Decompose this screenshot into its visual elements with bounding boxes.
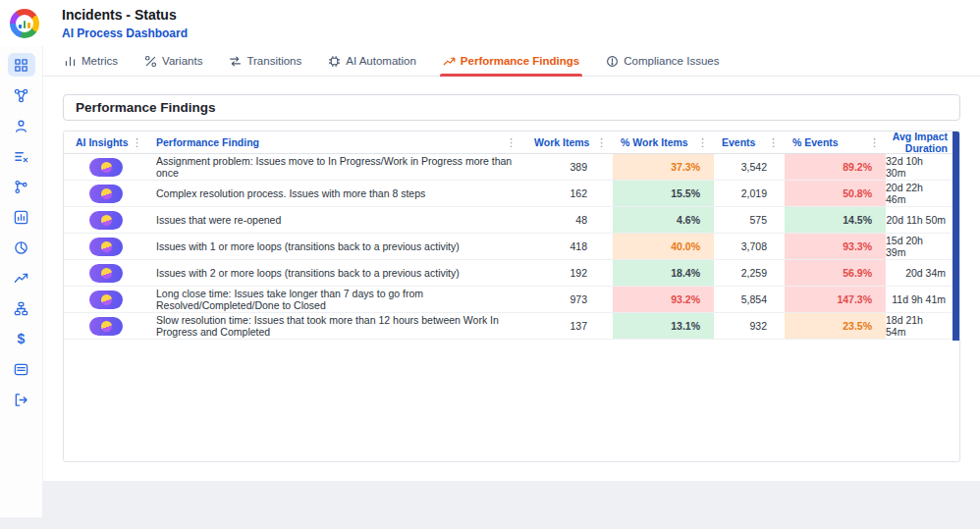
- insight-bulb-icon: [101, 294, 112, 305]
- pct-events-value: 93.3%: [785, 234, 886, 259]
- dollar-icon: $: [18, 331, 26, 346]
- work-items-value: 973: [524, 287, 613, 312]
- ai-insight-button[interactable]: [89, 185, 123, 203]
- col-header-performance-finding[interactable]: Performance Finding ⋮: [148, 136, 524, 149]
- column-menu-icon[interactable]: ⋮: [504, 136, 518, 149]
- sidebar-item-dashboard[interactable]: [8, 53, 35, 77]
- findings-table: AI Insights ⋮ Performance Finding ⋮ Work…: [63, 131, 960, 462]
- column-menu-icon[interactable]: ⋮: [766, 136, 781, 149]
- sidebar-item-hierarchy[interactable]: [8, 296, 35, 320]
- pct-work-items-value: 93.2%: [613, 287, 714, 312]
- sidebar-item-trends[interactable]: [8, 266, 35, 290]
- finding-text: Slow resolution time: Issues that took m…: [148, 313, 524, 339]
- pct-events-value: 14.5%: [785, 207, 886, 233]
- ai-insight-button[interactable]: [89, 158, 123, 177]
- pct-events-value: 50.8%: [785, 181, 886, 206]
- metrics-icon: [64, 55, 77, 68]
- sidebar-item-performance[interactable]: [8, 236, 35, 259]
- table-row: Assignment problem: Issues move to In Pr…: [64, 154, 959, 181]
- grid-icon: [14, 58, 28, 73]
- table-row: Complex resolution process. Issues with …: [64, 181, 959, 207]
- events-value: 5,854: [714, 287, 785, 312]
- pct-events-value: 23.5%: [785, 313, 886, 339]
- ai-insight-button[interactable]: [89, 238, 123, 256]
- main-panel: Metrics Variants Transitions AI Automati…: [43, 46, 980, 481]
- pct-work-items-value: 15.5%: [613, 181, 714, 206]
- events-value: 932: [714, 313, 785, 339]
- variants-icon: [144, 55, 157, 68]
- work-items-value: 192: [524, 260, 613, 286]
- avg-impact-duration-value: 32d 10h 30m: [886, 154, 959, 180]
- section-title: Performance Findings: [63, 94, 960, 121]
- sidebar-item-filters[interactable]: [8, 144, 35, 168]
- ai-insight-button[interactable]: [89, 291, 123, 309]
- col-header-work-items[interactable]: Work Items ⋮: [524, 136, 613, 149]
- work-items-value: 418: [524, 234, 613, 259]
- table-row: Issues that were re-opened 48 4.6% 575 1…: [64, 207, 959, 234]
- user-icon: [14, 119, 28, 133]
- logout-icon: [14, 393, 28, 407]
- events-value: 575: [714, 207, 785, 233]
- pct-work-items-value: 18.4%: [613, 260, 714, 286]
- ai-insight-button[interactable]: [89, 317, 123, 336]
- trending-up-icon: [443, 55, 456, 68]
- table-header-row: AI Insights ⋮ Performance Finding ⋮ Work…: [64, 132, 959, 154]
- table-row: Issues with 2 or more loops (transitions…: [64, 260, 959, 287]
- alert-circle-icon: [606, 55, 619, 68]
- ai-insight-button[interactable]: [89, 264, 123, 283]
- gauge-icon: [14, 240, 28, 255]
- org-tree-icon: [14, 301, 28, 316]
- table-row: Long close time: Issues take longer than…: [64, 287, 959, 313]
- avg-impact-duration-value: 11d 9h 41m: [886, 287, 959, 312]
- pct-work-items-value: 13.1%: [613, 313, 714, 339]
- column-menu-icon[interactable]: ⋮: [594, 136, 609, 149]
- column-menu-icon[interactable]: ⋮: [130, 136, 144, 149]
- network-nodes-icon: [14, 88, 28, 103]
- transitions-icon: [229, 55, 242, 68]
- col-header-ai-insights[interactable]: AI Insights ⋮: [64, 136, 148, 149]
- tab-transitions[interactable]: Transitions: [229, 46, 301, 76]
- table-vertical-scrollbar[interactable]: [953, 132, 959, 341]
- sidebar-item-logout[interactable]: [8, 388, 35, 411]
- trend-line-icon: [14, 271, 28, 286]
- sidebar-item-users[interactable]: [8, 114, 35, 137]
- sidebar-item-tables[interactable]: [8, 357, 35, 381]
- app-logo: [10, 9, 39, 38]
- insight-bulb-icon: [101, 162, 112, 173]
- logo-bars-icon: [16, 15, 33, 32]
- finding-text: Assignment problem: Issues move to In Pr…: [148, 154, 524, 180]
- avg-impact-duration-value: 20d 11h 50m: [886, 207, 959, 233]
- dashboard-subtitle-link[interactable]: AI Process Dashboard: [62, 26, 188, 40]
- tab-ai-automation[interactable]: AI Automation: [328, 46, 416, 76]
- column-menu-icon[interactable]: ⋮: [867, 136, 882, 149]
- col-header-pct-events[interactable]: % Events ⋮: [785, 136, 886, 149]
- avg-impact-duration-value: 20d 34m: [886, 260, 959, 286]
- tab-variants[interactable]: Variants: [144, 46, 202, 76]
- col-header-avg-impact-duration[interactable]: Avg Impact Duration: [886, 131, 959, 154]
- tab-compliance-issues[interactable]: Compliance Issues: [606, 46, 719, 76]
- sidebar-item-variants[interactable]: [8, 175, 35, 198]
- tab-performance-findings[interactable]: Performance Findings: [443, 46, 579, 76]
- finding-text: Long close time: Issues take longer than…: [148, 287, 524, 312]
- insight-bulb-icon: [101, 321, 112, 332]
- finding-text: Issues with 1 or more loops (transitions…: [148, 234, 524, 259]
- events-value: 3,542: [714, 154, 785, 180]
- tab-metrics[interactable]: Metrics: [64, 46, 118, 76]
- avg-impact-duration-value: 15d 20h 39m: [886, 234, 959, 259]
- pct-events-value: 147.3%: [785, 287, 886, 312]
- finding-text: Issues with 2 or more loops (transitions…: [148, 260, 524, 286]
- column-menu-icon[interactable]: ⋮: [695, 136, 710, 149]
- pct-work-items-value: 4.6%: [613, 207, 714, 233]
- tab-bar: Metrics Variants Transitions AI Automati…: [43, 46, 980, 77]
- col-header-pct-work-items[interactable]: % Work Items ⋮: [613, 136, 714, 149]
- work-items-value: 162: [524, 181, 613, 206]
- sidebar-item-cost[interactable]: $: [8, 327, 35, 350]
- col-header-events[interactable]: Events ⋮: [714, 136, 785, 149]
- sidebar-item-metrics[interactable]: [8, 205, 35, 229]
- finding-text: Issues that were re-opened: [148, 207, 524, 233]
- list-card-icon: [14, 362, 28, 377]
- sidebar-item-process-model[interactable]: [8, 83, 35, 107]
- work-items-value: 137: [524, 313, 613, 339]
- ai-insight-button[interactable]: [89, 211, 123, 230]
- work-items-value: 389: [524, 154, 613, 180]
